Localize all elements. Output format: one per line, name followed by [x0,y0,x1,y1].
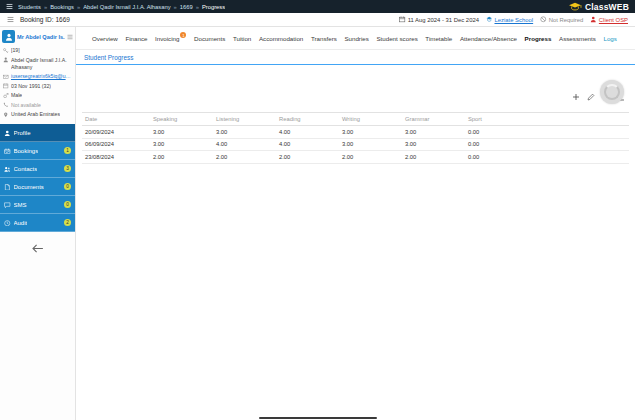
date-range-text: 11 Aug 2024 - 31 Dec 2024 [408,17,479,23]
breadcrumb-item-abdel-qadir-ismail-j-i-a-alhasany[interactable]: Abdel Qadir Ismail J.I.A. Alhasany [83,4,170,10]
student-sidebar: Mr Abdel Qadir Is... [19]Abdel Qadir Ism… [0,27,76,420]
table-body: 20/09/20243.003.004.003.003.000.0006/09/… [82,126,629,164]
client-osp-item[interactable]: Client OSP [590,16,628,23]
count-badge: 0 [64,201,71,208]
tab-student-scores[interactable]: Student scores [376,35,417,42]
table-cell: 3.00 [339,126,402,139]
tab-timetable[interactable]: Timetable [425,35,452,42]
count-badge: 3 [64,165,71,172]
student-info-text: Abdel Qadir Ismail J.I.A. Alhasany [11,57,72,71]
breadcrumb-separator: » [196,4,199,10]
student-info-text: Not available [11,102,41,109]
breadcrumb-item-1669[interactable]: 1669 [180,4,193,10]
breadcrumb-item-students[interactable]: Students [18,4,41,10]
column-header-listening: Listening [213,113,276,126]
tab-label: Accommodation [259,35,303,42]
key-icon [3,48,9,54]
sidebar-toggle-icon[interactable] [7,16,14,23]
column-header-speaking: Speaking [150,113,213,126]
tab-sundries[interactable]: Sundries [344,35,368,42]
breadcrumb-separator: » [44,4,47,10]
sidebar-menu: ProfileBookings1Contacts3Documents0SMS0A… [0,124,75,232]
menu-icon[interactable] [6,3,13,10]
tab-transfers[interactable]: Transfers [311,35,337,42]
column-header-writing: Writing [339,113,402,126]
client-icon [590,16,597,23]
tab-attendance-absence[interactable]: Attendance/Absence [460,35,517,42]
tab-overview[interactable]: Overview [92,35,118,42]
sidebar-header: Mr Abdel Qadir Is... [0,27,75,45]
avatar[interactable] [2,30,15,43]
school-link-item[interactable]: Leziate School [486,16,533,23]
student-info-row: United Arab Emirates [0,110,75,120]
audit-icon [4,220,11,227]
email-icon [3,74,9,80]
table-row[interactable]: 06/09/20243.004.004.003.003.000.00 [82,138,629,151]
sidebar-item-documents[interactable]: Documents0 [0,178,75,196]
avatar-person-icon [5,33,13,41]
table-cell: 3.00 [402,126,465,139]
student-info-row: [19] [0,46,75,56]
back-button[interactable] [0,244,75,253]
sidebar-item-audit[interactable]: Audit2 [0,214,75,232]
table-row[interactable]: 20/09/20243.003.004.003.003.000.00 [82,126,629,139]
student-info-list: [19]Abdel Qadir Ismail J.I.A. Alhasanyiu… [0,45,75,121]
student-info-row: Male [0,91,75,101]
sidebar-collapse-icon[interactable] [67,34,73,40]
student-info-text: [19] [11,47,20,54]
tab-label: Tuition [233,35,251,42]
tab-accommodation[interactable]: Accommodation [259,35,303,42]
sidebar-item-label: Audit [14,220,28,226]
breadcrumb-separator: » [174,4,177,10]
contacts-icon [4,166,11,173]
tab-label: Timetable [425,35,452,42]
table-cell-filler [528,151,629,164]
sidebar-item-sms[interactable]: SMS0 [0,196,75,214]
column-header-reading: Reading [276,113,339,126]
school-link[interactable]: Leziate School [494,17,533,23]
tab-label: Logs [603,35,616,42]
student-info-text: United Arab Emirates [11,111,60,118]
add-button[interactable] [572,93,580,101]
booking-header-right: 11 Aug 2024 - 31 Dec 2024 Leziate School… [399,16,628,23]
tab-assessments[interactable]: Assessments [559,35,596,42]
table-cell: 20/09/2024 [82,126,150,139]
tab-finance[interactable]: Finance [125,35,147,42]
not-required-text: Not Required [549,17,584,23]
table-cell: 4.00 [213,138,276,151]
tab-label: Attendance/Absence [460,35,517,42]
tab-invoicing[interactable]: Invoicing1 [155,35,186,42]
brand-logo: ClassWEB [568,2,629,12]
sidebar-item-contacts[interactable]: Contacts3 [0,160,75,178]
tab-documents[interactable]: Documents [194,35,225,42]
table-cell: 3.00 [213,126,276,139]
tab-label: Student scores [376,35,417,42]
phone-icon [3,102,9,108]
student-info-text[interactable]: iusersegreatrix6k5iq@users2.co.uk [11,73,72,80]
tab-tuition[interactable]: Tuition [233,35,251,42]
header-row: DateSpeakingListeningReadingWritingGramm… [82,113,629,126]
edit-button[interactable] [587,93,595,101]
sidebar-item-label: Documents [14,184,44,190]
table-cell: 0.00 [465,126,528,139]
section-title[interactable]: Student Progress [84,54,133,61]
tab-progress[interactable]: Progress [525,35,552,42]
breadcrumb-item-bookings[interactable]: Bookings [50,4,74,10]
tab-logs[interactable]: Logs [603,35,616,42]
table-cell: 0.00 [465,138,528,151]
gesture-bar [259,417,377,420]
table-cell: 2.00 [276,151,339,164]
booking-icon [4,148,11,155]
back-arrow-icon [31,244,44,253]
student-info-row: 03 Nov 1991 (32) [0,81,75,91]
tab-label: Transfers [311,35,337,42]
count-badge: 2 [64,219,71,226]
tab-label: Assessments [559,35,596,42]
client-osp-link[interactable]: Client OSP [599,17,628,23]
table-cell: 3.00 [150,138,213,151]
count-badge: 1 [64,147,71,154]
sidebar-item-bookings[interactable]: Bookings1 [0,142,75,160]
sidebar-item-profile[interactable]: Profile [0,124,75,142]
table-row[interactable]: 23/08/20242.002.002.002.002.000.00 [82,151,629,164]
column-header-date: Date [82,113,150,126]
